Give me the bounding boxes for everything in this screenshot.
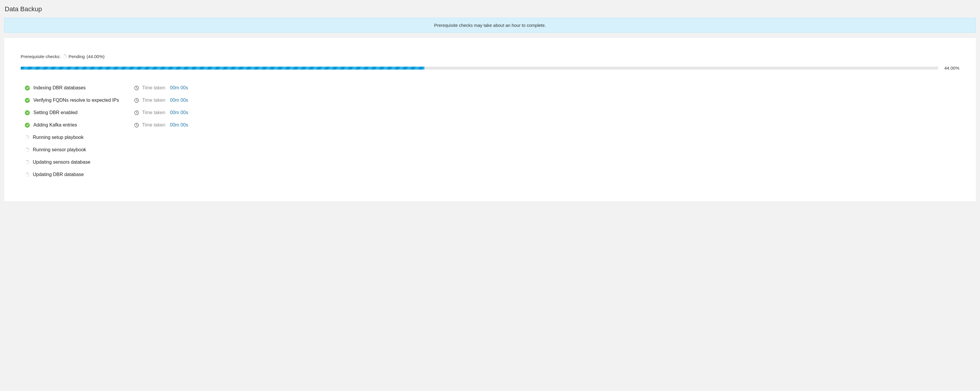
svg-point-34 bbox=[25, 162, 26, 163]
status-percent: (44.00%) bbox=[86, 54, 105, 59]
svg-point-40 bbox=[27, 176, 27, 177]
status-line: Prerequisite checks: Pending (44.00%) bbox=[21, 54, 959, 59]
time-taken-label: Time taken bbox=[142, 122, 165, 128]
check-time: Time taken00m 00s bbox=[134, 85, 188, 90]
svg-point-36 bbox=[27, 173, 27, 173]
progress-row: 44.00% bbox=[21, 65, 959, 70]
svg-point-28 bbox=[27, 160, 27, 161]
time-taken-label: Time taken bbox=[142, 85, 165, 90]
svg-point-37 bbox=[28, 173, 29, 174]
page-title: Data Backup bbox=[4, 5, 976, 13]
check-label: Running setup playbook bbox=[33, 135, 84, 140]
svg-point-12 bbox=[27, 135, 27, 136]
clock-icon bbox=[134, 123, 139, 128]
svg-point-15 bbox=[28, 138, 29, 139]
check-row: Adding Kafka entries Time taken00m 00s bbox=[25, 119, 959, 131]
check-left: Running sensor playbook bbox=[25, 147, 134, 152]
check-success-icon bbox=[25, 98, 30, 103]
check-row: Setting DBR enabled Time taken00m 00s bbox=[25, 106, 959, 119]
svg-point-14 bbox=[29, 137, 29, 138]
check-label: Running sensor playbook bbox=[33, 147, 86, 152]
progress-percent-label: 44.00% bbox=[942, 65, 959, 70]
time-taken-value: 00m 00s bbox=[170, 85, 188, 90]
check-time: Time taken00m 00s bbox=[134, 110, 188, 115]
svg-point-29 bbox=[28, 161, 29, 161]
check-row: Updating sensors database bbox=[25, 156, 959, 168]
svg-point-43 bbox=[25, 173, 26, 174]
check-label: Updating DBR database bbox=[33, 172, 84, 177]
prerequisite-card: Prerequisite checks: Pending (44.00%) bbox=[4, 38, 976, 201]
spinner-icon bbox=[62, 54, 67, 59]
svg-point-20 bbox=[27, 148, 27, 148]
status-state: Pending bbox=[68, 54, 85, 59]
time-taken-label: Time taken bbox=[142, 110, 165, 115]
clock-icon bbox=[134, 98, 139, 103]
spinner-icon bbox=[25, 148, 29, 152]
progress-bar bbox=[21, 66, 938, 70]
check-row: Running sensor playbook bbox=[25, 144, 959, 156]
spinner-icon bbox=[25, 160, 29, 165]
svg-point-23 bbox=[28, 151, 29, 151]
svg-point-24 bbox=[27, 151, 27, 152]
svg-point-16 bbox=[27, 139, 27, 139]
check-row: Indexing DBR databases Time taken00m 00s bbox=[25, 82, 959, 94]
check-success-icon bbox=[25, 85, 30, 90]
check-time: Time taken00m 00s bbox=[134, 98, 188, 103]
check-left: Verifying FQDNs resolve to expected IPs bbox=[25, 98, 134, 103]
check-row: Updating DBR database bbox=[25, 168, 959, 181]
svg-point-3 bbox=[65, 57, 66, 58]
svg-point-39 bbox=[28, 176, 29, 176]
check-label: Indexing DBR databases bbox=[33, 85, 86, 90]
time-taken-label: Time taken bbox=[142, 98, 165, 103]
svg-point-25 bbox=[25, 151, 26, 151]
spinner-icon bbox=[25, 135, 29, 140]
check-success-icon bbox=[25, 110, 30, 115]
svg-point-19 bbox=[25, 136, 26, 136]
clock-icon bbox=[134, 85, 139, 90]
check-left: Updating DBR database bbox=[25, 172, 134, 177]
svg-point-2 bbox=[66, 56, 67, 57]
checks-list: Indexing DBR databases Time taken00m 00s… bbox=[21, 82, 959, 181]
check-label: Verifying FQDNs resolve to expected IPs bbox=[33, 98, 119, 103]
check-label: Setting DBR enabled bbox=[33, 110, 77, 115]
svg-point-4 bbox=[64, 58, 65, 59]
check-row: Running setup playbook bbox=[25, 131, 959, 144]
time-taken-value: 00m 00s bbox=[170, 122, 188, 128]
svg-point-6 bbox=[63, 56, 63, 57]
svg-point-31 bbox=[28, 163, 29, 164]
svg-point-17 bbox=[25, 138, 26, 139]
svg-point-27 bbox=[25, 148, 26, 149]
svg-point-30 bbox=[29, 162, 29, 163]
svg-point-41 bbox=[25, 176, 26, 176]
info-banner: Prerequisite checks may take about an ho… bbox=[4, 18, 976, 33]
check-left: Updating sensors database bbox=[25, 160, 134, 165]
status-prefix: Prerequisite checks: bbox=[21, 54, 60, 59]
svg-point-5 bbox=[63, 57, 64, 58]
progress-fill bbox=[21, 66, 425, 70]
check-left: Adding Kafka entries bbox=[25, 122, 134, 128]
svg-point-0 bbox=[64, 54, 65, 55]
svg-point-38 bbox=[29, 174, 29, 175]
check-left: Indexing DBR databases bbox=[25, 85, 134, 90]
svg-point-22 bbox=[29, 149, 29, 150]
check-label: Adding Kafka entries bbox=[33, 122, 77, 128]
svg-point-21 bbox=[28, 148, 29, 149]
check-success-icon bbox=[25, 123, 30, 128]
svg-point-7 bbox=[63, 55, 64, 55]
check-row: Verifying FQDNs resolve to expected IPs … bbox=[25, 94, 959, 106]
svg-point-13 bbox=[28, 136, 29, 136]
check-left: Setting DBR enabled bbox=[25, 110, 134, 115]
svg-point-26 bbox=[25, 149, 26, 150]
check-label: Updating sensors database bbox=[33, 160, 91, 165]
svg-point-33 bbox=[25, 163, 26, 164]
time-taken-value: 00m 00s bbox=[170, 110, 188, 115]
svg-point-35 bbox=[25, 161, 26, 161]
clock-icon bbox=[134, 110, 139, 115]
time-taken-value: 00m 00s bbox=[170, 98, 188, 103]
check-time: Time taken00m 00s bbox=[134, 122, 188, 128]
svg-point-42 bbox=[25, 174, 26, 175]
spinner-icon bbox=[25, 173, 29, 177]
svg-point-1 bbox=[65, 55, 66, 55]
check-left: Running setup playbook bbox=[25, 135, 134, 140]
svg-point-32 bbox=[27, 164, 27, 164]
